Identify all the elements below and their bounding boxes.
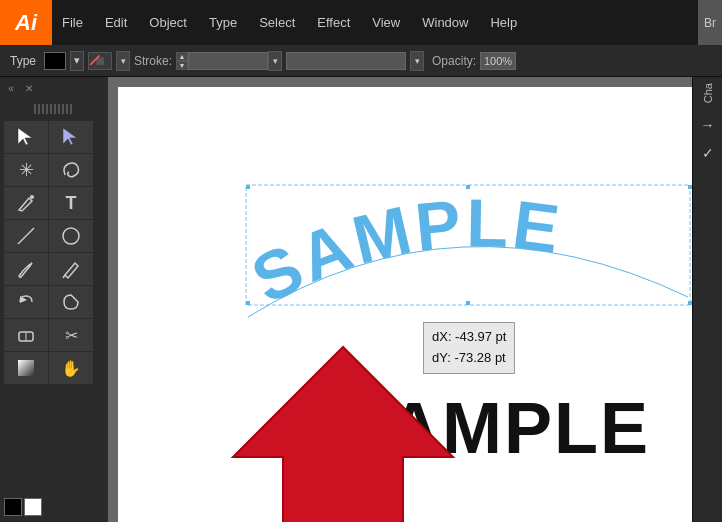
stroke-style-dropdown[interactable]: ▾	[410, 51, 424, 71]
svg-marker-0	[18, 128, 32, 145]
right-panel: Cha → ✓	[692, 77, 722, 522]
stroke-label: Stroke:	[134, 54, 172, 68]
selection-tool[interactable]	[4, 121, 48, 153]
opacity-value[interactable]: 100%	[480, 52, 516, 70]
svg-rect-17	[466, 301, 470, 305]
fill-dropdown[interactable]: ▾	[70, 51, 84, 71]
svg-point-2	[30, 195, 34, 199]
magic-wand-tool[interactable]: ✳	[4, 154, 48, 186]
menu-view[interactable]: View	[362, 0, 410, 45]
svg-marker-1	[63, 128, 77, 145]
curved-sample-svg: SAMPLE	[228, 167, 692, 347]
pencil-tool[interactable]	[49, 253, 93, 285]
svg-rect-16	[466, 185, 470, 189]
menu-object[interactable]: Object	[139, 0, 197, 45]
panel-grip	[34, 104, 74, 114]
hand-tool[interactable]: ✋	[49, 352, 93, 384]
menu-type[interactable]: Type	[199, 0, 247, 45]
eraser-tool[interactable]	[4, 319, 48, 351]
pen-tool[interactable]	[4, 187, 48, 219]
type-tool[interactable]: T	[49, 187, 93, 219]
menu-file[interactable]: File	[52, 0, 93, 45]
menu-window[interactable]: Window	[412, 0, 478, 45]
svg-line-3	[18, 228, 34, 244]
right-panel-arrow[interactable]: →	[696, 113, 720, 137]
scale-tool[interactable]	[49, 286, 93, 318]
stroke-input[interactable]	[188, 52, 268, 70]
main-layout: « ✕ ✳ T	[0, 77, 722, 522]
direct-selection-tool[interactable]	[49, 121, 93, 153]
gradient-tool[interactable]	[4, 352, 48, 384]
svg-rect-12	[246, 185, 250, 189]
stroke-down[interactable]: ▼	[176, 61, 188, 70]
svg-line-5	[63, 275, 65, 278]
left-panel: « ✕ ✳ T	[0, 77, 108, 522]
stroke-up[interactable]: ▲	[176, 52, 188, 61]
rotate-tool[interactable]	[4, 286, 48, 318]
stroke-color-swatch[interactable]	[24, 498, 42, 516]
delta-x: dX: -43.97 pt	[432, 327, 506, 348]
no-fill-btn[interactable]: ■ |	[88, 52, 112, 70]
ai-logo-text: Ai	[15, 10, 37, 36]
paintbrush-tool[interactable]	[4, 253, 48, 285]
svg-point-4	[63, 228, 79, 244]
line-tool[interactable]	[4, 220, 48, 252]
stroke-spinners: ▲ ▼	[176, 52, 188, 70]
stroke-style-input[interactable]	[286, 52, 406, 70]
stroke-box: ▲ ▼ ▾	[176, 51, 282, 71]
delta-y: dY: -73.28 pt	[432, 348, 506, 369]
ellipse-tool[interactable]	[49, 220, 93, 252]
panel-header: « ✕	[0, 77, 108, 99]
svg-text:SAMPLE: SAMPLE	[240, 184, 567, 317]
right-panel-label: Cha	[702, 83, 714, 103]
menu-effect[interactable]: Effect	[307, 0, 360, 45]
bridge-button[interactable]: Br	[698, 0, 722, 45]
panel-collapse-btn[interactable]: «	[4, 81, 18, 95]
svg-rect-15	[688, 301, 692, 305]
fill-swatch[interactable]	[44, 52, 66, 70]
opacity-label: Opacity:	[432, 54, 476, 68]
scissors-tool[interactable]: ✂	[49, 319, 93, 351]
delta-tooltip: dX: -43.97 pt dY: -73.28 pt	[423, 322, 515, 374]
menu-items: File Edit Object Type Select Effect View…	[52, 0, 527, 45]
sample-text-flat: SAMPLE	[338, 387, 650, 469]
svg-rect-11	[246, 185, 690, 305]
fill-type-dropdown[interactable]: ▾	[116, 51, 130, 71]
panel-close-btn[interactable]: ✕	[22, 81, 36, 95]
fill-color-swatch[interactable]	[4, 498, 22, 516]
canvas-white: SAMPLE SAMPLE dX: -43.97 pt dY: -73.28 p…	[118, 87, 692, 522]
svg-rect-14	[246, 301, 250, 305]
menu-select[interactable]: Select	[249, 0, 305, 45]
right-panel-check[interactable]: ✓	[696, 141, 720, 165]
bottom-swatches	[4, 498, 42, 516]
canvas-area[interactable]: SAMPLE SAMPLE dX: -43.97 pt dY: -73.28 p…	[108, 77, 692, 522]
menu-edit[interactable]: Edit	[95, 0, 137, 45]
svg-rect-9	[18, 360, 34, 376]
ai-logo: Ai	[0, 0, 52, 45]
tools-grid: ✳ T	[0, 119, 108, 386]
menu-help[interactable]: Help	[480, 0, 527, 45]
type-label: Type	[6, 54, 40, 68]
svg-rect-13	[688, 185, 692, 189]
stroke-dropdown[interactable]: ▾	[268, 51, 282, 71]
lasso-tool[interactable]	[49, 154, 93, 186]
toolbar: Type ▾ ■ | ▾ Stroke: ▲ ▼ ▾ ▾ Opacity: 10…	[0, 45, 722, 77]
menubar: Ai File Edit Object Type Select Effect V…	[0, 0, 722, 45]
